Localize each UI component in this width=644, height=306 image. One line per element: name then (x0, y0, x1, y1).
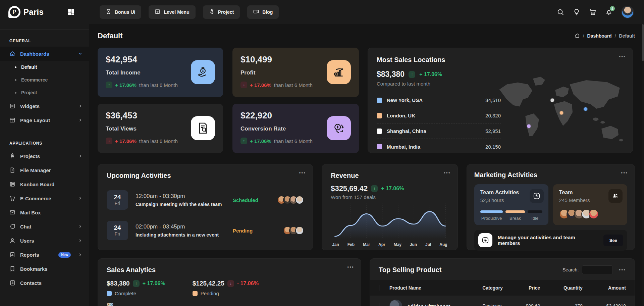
notifications-bell-icon[interactable]: 4 (605, 8, 612, 16)
sidebar-item-file-manager[interactable]: File Manager (0, 163, 89, 177)
file-icon (9, 167, 15, 173)
sidebar-item-contacts[interactable]: Contacts (0, 276, 89, 290)
sidebar-item-projects[interactable]: Projects (0, 149, 89, 163)
trend-down-icon (227, 280, 234, 287)
team-activities-box: Team Activities 52,3 hours Productive (474, 184, 548, 225)
user-avatar[interactable] (621, 6, 634, 18)
sales-analytics-chart: 800 (107, 302, 352, 306)
breadcrumb: / Dashboard / Default (575, 33, 635, 39)
cart-icon[interactable] (589, 8, 596, 16)
see-button[interactable]: See (603, 235, 623, 246)
stat-card-profit[interactable]: $10,499 Profit + 17.06% than last 6 Mont… (232, 48, 359, 97)
activity-row[interactable]: 24 Fri 12:00am - 03:30pm Campaign meetin… (107, 186, 304, 216)
sidebar-item-ecommerce-app[interactable]: E-Commerce (0, 191, 89, 205)
sidebar-item-dashboards[interactable]: Dashboards (0, 47, 89, 61)
sidebar-item-page-layout[interactable]: Page Layout (0, 113, 89, 127)
sidebar-item-mail-box[interactable]: Mail Box (0, 205, 89, 219)
hourglass-icon (106, 9, 111, 15)
search-input[interactable] (582, 265, 613, 274)
search-label: Search: (562, 267, 579, 272)
more-icon[interactable] (621, 170, 628, 175)
date-box: 24 Fri (107, 190, 128, 210)
mail-icon (9, 209, 15, 215)
breadcrumb-dashboard[interactable]: Dashboard (587, 33, 612, 39)
select-all-checkbox[interactable] (379, 285, 379, 291)
world-map (494, 75, 629, 151)
level-menu-button[interactable]: Level Menu (149, 5, 195, 19)
project-button[interactable]: Project (203, 5, 240, 19)
complete-stat: $83,380 + 17.06% Complete (107, 280, 179, 296)
notification-badge: 4 (609, 5, 615, 12)
kanban-icon (9, 181, 15, 187)
report-icon (9, 252, 15, 258)
blog-button[interactable]: Blog (247, 5, 279, 19)
sidebar-item-ecommerce[interactable]: Ecommerce (0, 73, 89, 86)
marketing-activities-card: Marketing Activities Team Activities 52,… (467, 164, 635, 250)
theme-bulb-icon[interactable] (573, 8, 580, 16)
stat-card-total-income[interactable]: $42,954 Total Income + 17.06% than last … (98, 48, 223, 97)
header-actions: 4 (557, 6, 644, 18)
legend-dot (377, 113, 382, 118)
stat-card-total-views[interactable]: $36,453 Total Views + 17.06% than last 6… (98, 104, 223, 153)
page-title: Default (98, 32, 123, 40)
activity-time: 02:00pm - 03:45pm (136, 223, 233, 230)
new-badge: New (58, 252, 71, 258)
sidebar-item-default[interactable]: Default (0, 61, 89, 73)
status-badge: Pending (233, 228, 270, 234)
card-title: Top Selling Product (379, 266, 441, 274)
layout-icon (9, 117, 15, 123)
product-price: $99.60 (514, 296, 549, 306)
location-row: Mumbai, India 20,150 (377, 139, 501, 154)
activity-row[interactable]: 24 Fri 02:00pm - 03:45pm Including attac… (107, 216, 304, 246)
product-amount: $3,43019 (591, 296, 635, 306)
sidebar-item-project[interactable]: Project (0, 86, 89, 99)
document-search-icon (191, 116, 215, 140)
scrollbar-thumb[interactable] (642, 24, 644, 61)
sidebar-item-users[interactable]: Users (0, 234, 89, 248)
location-row: Shanghai, China 52,951 (377, 123, 501, 139)
stat-card-conversion-rate[interactable]: $22,920 Conversion Rate + 17.06% than la… (232, 104, 359, 153)
table-icon (155, 9, 160, 15)
more-icon[interactable] (347, 265, 354, 269)
apps-grid-icon[interactable] (68, 9, 74, 15)
app-logo[interactable]: P Paris (8, 6, 44, 18)
page-scrollbar[interactable] (642, 24, 644, 306)
table-row[interactable]: Adidas Ultraboost Footwear $99.60 370 $3… (370, 296, 635, 306)
status-badge: Scheduled (233, 197, 270, 203)
more-icon[interactable] (299, 170, 306, 175)
legend-dot (193, 291, 198, 296)
legend-dot (377, 129, 382, 134)
search-icon[interactable] (557, 8, 564, 16)
team-avatars (559, 209, 621, 219)
month-label: Jan (332, 242, 339, 247)
dollar-exchange-icon (327, 116, 351, 140)
more-icon[interactable] (444, 170, 451, 175)
more-icon[interactable] (619, 267, 626, 272)
product-name: Adidas Ultraboost (407, 303, 450, 306)
sidebar-item-bookmarks[interactable]: Bookmarks (0, 262, 89, 276)
sidebar-item-chat[interactable]: Chat (0, 219, 89, 234)
row-checkbox[interactable] (379, 303, 379, 306)
month-label: May (394, 242, 401, 247)
bonus-ui-button[interactable]: Bonus Ui (100, 5, 141, 19)
trend-percent: + 17.06% (419, 71, 442, 78)
chevron-right-icon (78, 253, 82, 257)
trend-percent: + 17.06% (250, 138, 271, 144)
attendee-avatars (283, 226, 304, 235)
team-activity-progress (480, 210, 542, 213)
sidebar-item-widgets[interactable]: Widgets (0, 99, 89, 113)
activity-text: Campaign meeting with the sales team (136, 202, 233, 207)
home-icon[interactable] (575, 33, 580, 39)
sidebar-item-reports[interactable]: Reports New (0, 248, 89, 262)
revenue-month-labels: JanFebMarAprMayJunJulAug (331, 242, 449, 247)
revenue-subtitle: Won from 157 deals (331, 194, 449, 200)
sales-analytics-card: Sales Analytics $83,380 + 17.06% Complet… (98, 258, 361, 306)
chat-icon (9, 223, 15, 230)
y-axis-label: 800 (107, 302, 352, 306)
breadcrumb-default: Default (619, 33, 635, 39)
revenue-amount: $325,69.42 (331, 184, 368, 193)
more-icon[interactable] (619, 54, 626, 59)
sidebar-section-general: GENERAL (0, 30, 89, 47)
month-label: Jun (410, 242, 417, 247)
sidebar-item-kanban-board[interactable]: Kanban Board (0, 177, 89, 191)
